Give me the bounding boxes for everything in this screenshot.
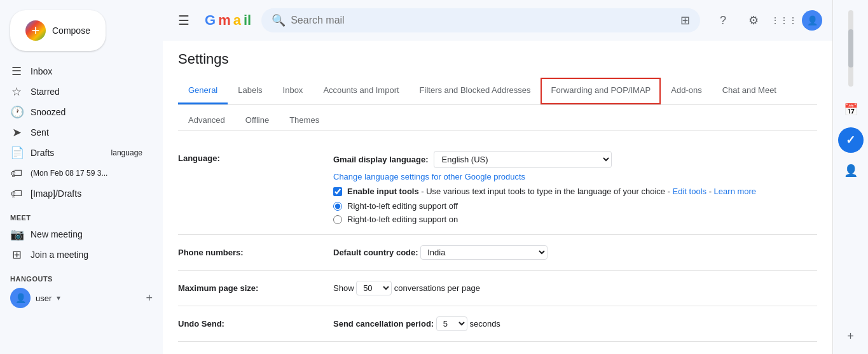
add-icon-btn[interactable]: +	[838, 323, 864, 349]
sidebar: + Compose ☰ Inbox ☆ Starred 🕐 Snoozed ➤ …	[0, 0, 163, 354]
sidebar-item-label2[interactable]: 🏷 [Imap]/Drafts	[0, 183, 153, 204]
meet-section-label: Meet	[0, 209, 163, 224]
rtl-off-radio[interactable]	[333, 202, 342, 211]
sidebar-item-label1[interactable]: 🏷 (Mon Feb 08 17 59 3...	[0, 163, 153, 183]
sidebar-item-inbox[interactable]: ☰ Inbox	[0, 61, 153, 81]
compose-button[interactable]: + Compose	[10, 10, 106, 51]
star-icon: ☆	[10, 85, 23, 99]
tab-advanced[interactable]: Advanced	[178, 110, 235, 130]
sidebar-item-drafts[interactable]: 📄 Drafts language	[0, 143, 153, 163]
pagesize-label: Maximum page size:	[178, 281, 318, 293]
sidebar-item-new-meeting[interactable]: 📷 New meeting	[0, 224, 153, 244]
drafts-icon: 📄	[10, 146, 23, 160]
tab-chat[interactable]: Chat and Meet	[712, 78, 787, 104]
hangouts-avatar[interactable]: 👤	[10, 288, 31, 308]
sidebar-item-label: Join a meeting	[31, 250, 88, 260]
rtl-on-radio[interactable]	[333, 215, 342, 224]
language-row: Language: Gmail display language: Englis…	[178, 141, 817, 235]
pagesize-value: Show 50 10 25 100 conversations per page	[333, 281, 817, 295]
phone-row: Phone numbers: Default country code: Ind…	[178, 235, 817, 271]
sidebar-item-join-meeting[interactable]: ⊞ Join a meeting	[0, 244, 153, 265]
sidebar-item-label: [Imap]/Drafts	[31, 188, 81, 199]
seconds-label: seconds	[469, 319, 500, 329]
grid-icon: ⊞	[10, 248, 23, 262]
secondary-tabs: Advanced Offline Themes	[178, 110, 817, 131]
settings-button[interactable]: ⚙	[741, 8, 766, 33]
pagesize-row: Maximum page size: Show 50 10 25 100 con…	[178, 271, 817, 306]
edit-tools-link[interactable]: Edit tools	[673, 187, 706, 196]
logo-m-blue: G	[205, 12, 216, 29]
per-page-label: conversations per page	[394, 283, 480, 293]
enable-input-tools-label: Enable input tools - Use various text in…	[347, 187, 756, 196]
language-label: Language:	[178, 151, 318, 163]
undo-select[interactable]: 5 10 20 30	[436, 316, 467, 331]
sidebar-item-label: New meeting	[31, 229, 83, 239]
language-value: Gmail display language: English (US) Eng…	[333, 151, 817, 224]
calendar-icon-btn[interactable]: 📅	[838, 97, 864, 122]
tab-addons[interactable]: Add-ons	[661, 78, 712, 104]
phone-value: Default country code: India United State…	[333, 245, 817, 260]
rtl-off-label: Right-to-left editing support off	[347, 201, 458, 211]
label-icon-2: 🏷	[10, 187, 23, 201]
contacts-icon-btn[interactable]: 👤	[838, 158, 864, 183]
learn-more-link[interactable]: Learn more	[714, 187, 756, 196]
undo-label: Undo Send:	[178, 316, 318, 329]
inbox-icon: ☰	[10, 64, 23, 78]
right-panel: 📅 ✓ 👤 +	[832, 0, 868, 354]
topbar-right: ? ⚙ ⋮⋮⋮ 👤	[710, 8, 822, 33]
scrollbar[interactable]	[848, 10, 853, 87]
settings-section: Language: Gmail display language: Englis…	[178, 141, 817, 354]
hangouts-add-icon[interactable]: +	[146, 292, 153, 305]
clock-icon: 🕐	[10, 105, 23, 119]
tab-general[interactable]: General	[178, 78, 228, 104]
drafts-badge: language	[111, 148, 142, 157]
topbar: ☰ Gmail 🔍 ⊞ ? ⚙ ⋮⋮⋮ 👤	[163, 0, 832, 41]
tab-offline[interactable]: Offline	[235, 110, 279, 130]
tasks-icon-btn[interactable]: ✓	[838, 127, 864, 153]
video-icon: 📷	[10, 227, 23, 241]
undo-row: Undo Send: Send cancellation period: 5 1…	[178, 306, 817, 342]
language-select[interactable]: English (US) English (UK) Spanish French	[434, 151, 612, 168]
country-code-select[interactable]: India United States United Kingdom	[420, 245, 548, 260]
sidebar-item-starred[interactable]: ☆ Starred	[0, 81, 153, 102]
avatar[interactable]: 👤	[802, 10, 822, 31]
send-cancel-label: Send cancellation period:	[333, 319, 436, 329]
hangouts-section-label: Hangouts	[0, 270, 163, 285]
label-icon: 🏷	[10, 167, 23, 180]
search-icon: 🔍	[272, 13, 286, 27]
sidebar-item-label: Starred	[31, 87, 60, 97]
logo-m-green: il	[244, 12, 251, 29]
help-button[interactable]: ?	[710, 8, 736, 33]
search-filter-icon[interactable]: ⊞	[680, 13, 690, 27]
sidebar-item-label: Drafts	[31, 148, 54, 158]
sidebar-item-sent[interactable]: ➤ Sent	[0, 122, 153, 143]
enable-input-tools-checkbox[interactable]	[333, 187, 342, 196]
phone-label: Phone numbers:	[178, 245, 318, 257]
sidebar-item-label: Snoozed	[31, 107, 65, 117]
sidebar-item-label: Sent	[31, 127, 49, 138]
sidebar-item-snoozed[interactable]: 🕐 Snoozed	[0, 102, 153, 122]
pagesize-select[interactable]: 50 10 25 100	[356, 281, 392, 295]
change-language-link[interactable]: Change language settings for other Googl…	[333, 172, 525, 181]
tab-accounts[interactable]: Accounts and Import	[313, 78, 409, 104]
tab-forwarding[interactable]: Forwarding and POP/IMAP	[541, 78, 661, 104]
tab-filters[interactable]: Filters and Blocked Addresses	[410, 78, 541, 104]
tab-labels[interactable]: Labels	[228, 78, 272, 104]
reply-row: Default reply behavior: Learn more Reply…	[178, 342, 817, 354]
undo-value: Send cancellation period: 5 10 20 30 sec…	[333, 316, 817, 331]
menu-icon[interactable]: ☰	[173, 8, 195, 33]
search-bar: 🔍 ⊞	[261, 8, 700, 32]
hangouts-username: user	[36, 294, 52, 303]
tab-themes[interactable]: Themes	[279, 110, 329, 130]
show-label: Show	[333, 283, 356, 293]
logo-m-yellow: a	[233, 12, 241, 29]
sent-icon: ➤	[10, 125, 23, 139]
tab-inbox[interactable]: Inbox	[273, 78, 313, 104]
search-input[interactable]	[291, 15, 675, 26]
gmail-logo: Gmail	[205, 12, 251, 29]
compose-plus-icon: +	[25, 20, 46, 41]
hangouts-dropdown-icon[interactable]: ▾	[57, 294, 60, 302]
display-language-label: Gmail display language:	[333, 155, 429, 164]
apps-button[interactable]: ⋮⋮⋮	[771, 8, 797, 33]
main-content: ☰ Gmail 🔍 ⊞ ? ⚙ ⋮⋮⋮ 👤 Settings General L…	[163, 0, 832, 354]
